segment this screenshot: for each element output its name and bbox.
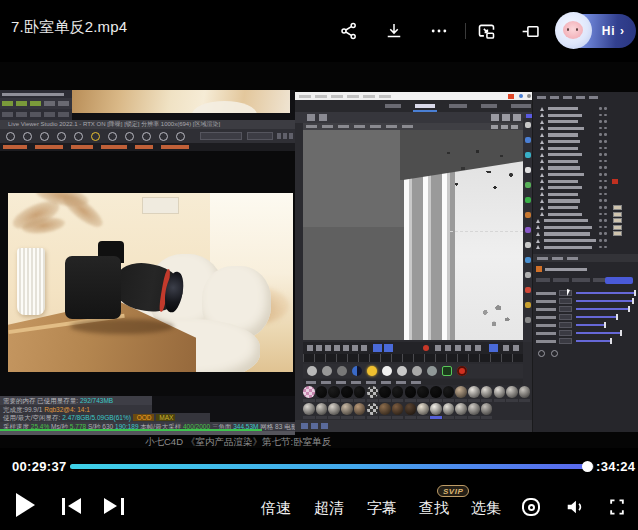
object-icon bbox=[540, 166, 544, 170]
material-swatch[interactable] bbox=[481, 386, 493, 398]
material-swatch[interactable] bbox=[316, 386, 328, 398]
material-swatch[interactable] bbox=[443, 403, 455, 415]
material-swatch[interactable] bbox=[303, 386, 315, 398]
material-swatch[interactable] bbox=[519, 386, 531, 398]
material-swatch[interactable] bbox=[354, 403, 366, 415]
visibility-dot bbox=[604, 219, 607, 222]
material-swatch[interactable] bbox=[341, 386, 353, 398]
material-swatch[interactable] bbox=[443, 386, 455, 398]
live-viewer-toolbar[interactable] bbox=[0, 129, 295, 143]
svip-badge[interactable]: SVIP bbox=[437, 485, 469, 497]
material-swatch[interactable] bbox=[455, 386, 467, 398]
object-label bbox=[544, 232, 590, 235]
record-target-icon[interactable] bbox=[521, 497, 541, 517]
current-frame-field bbox=[373, 344, 382, 352]
episodes-button[interactable]: 选集 bbox=[468, 499, 504, 518]
ui-fragment bbox=[30, 112, 41, 117]
subtitle-button[interactable]: 字幕 bbox=[364, 499, 400, 518]
visibility-dot bbox=[604, 213, 607, 216]
material-swatch[interactable] bbox=[494, 386, 506, 398]
volume-icon[interactable] bbox=[564, 497, 584, 517]
speed-button[interactable]: 倍速 bbox=[258, 499, 294, 518]
progress-bar[interactable] bbox=[70, 464, 594, 469]
material-swatches-row1[interactable] bbox=[303, 386, 531, 402]
material-swatch[interactable] bbox=[367, 386, 379, 398]
object-icon bbox=[540, 140, 544, 144]
material-swatch[interactable] bbox=[341, 403, 353, 415]
ui-fragment bbox=[299, 95, 311, 98]
material-swatch[interactable] bbox=[430, 403, 442, 415]
ui-fragment bbox=[550, 96, 559, 99]
object-icon bbox=[540, 126, 544, 130]
previous-button[interactable] bbox=[62, 498, 84, 515]
c4d-viewport[interactable] bbox=[303, 123, 523, 340]
material-swatch[interactable] bbox=[455, 403, 467, 415]
quality-button[interactable]: 超清 bbox=[311, 499, 347, 518]
visibility-dot bbox=[604, 153, 607, 156]
material-swatch[interactable] bbox=[392, 403, 404, 415]
material-swatch[interactable] bbox=[303, 403, 315, 415]
material-swatch[interactable] bbox=[379, 386, 391, 398]
property-label bbox=[536, 316, 556, 319]
object-label bbox=[548, 213, 582, 216]
material-swatch[interactable] bbox=[328, 403, 340, 415]
share-icon[interactable] bbox=[337, 19, 361, 43]
object-label bbox=[548, 173, 584, 176]
material-manager-menu[interactable] bbox=[303, 379, 523, 385]
viewer-tool-icon bbox=[125, 132, 134, 141]
material-swatch[interactable] bbox=[468, 386, 480, 398]
animation-timeline[interactable] bbox=[303, 342, 523, 354]
render-pass-tabs[interactable] bbox=[0, 143, 295, 151]
object-icon bbox=[540, 199, 544, 203]
find-button[interactable]: 查找 bbox=[416, 499, 452, 518]
visibility-dot bbox=[604, 246, 607, 249]
viewport-menu[interactable] bbox=[303, 123, 523, 130]
material-swatch[interactable] bbox=[506, 386, 518, 398]
frame-ruler[interactable] bbox=[303, 354, 523, 362]
video-frame[interactable]: Live Viewer Studio 2022.1 - RTX ON [降噪] … bbox=[0, 62, 638, 448]
ui-fragment bbox=[283, 133, 287, 139]
object-label bbox=[548, 140, 580, 143]
material-swatch[interactable] bbox=[468, 403, 480, 415]
material-swatch[interactable] bbox=[430, 386, 442, 398]
material-swatch[interactable] bbox=[392, 386, 404, 398]
visibility-dot bbox=[599, 140, 602, 143]
slider-knob bbox=[610, 338, 612, 344]
ui-fragment bbox=[511, 125, 518, 129]
material-swatch[interactable] bbox=[316, 403, 328, 415]
assistant-button[interactable]: Hi › bbox=[556, 14, 636, 48]
more-icon[interactable] bbox=[427, 19, 451, 43]
download-icon[interactable] bbox=[382, 19, 406, 43]
progress-handle[interactable] bbox=[582, 461, 593, 472]
viewer-tool-icon bbox=[6, 132, 15, 141]
material-swatch[interactable] bbox=[481, 403, 493, 415]
swatch-label bbox=[443, 416, 455, 419]
swatch-label bbox=[328, 399, 340, 402]
next-button[interactable] bbox=[102, 498, 124, 515]
play-button[interactable] bbox=[16, 493, 35, 517]
material-swatch[interactable] bbox=[405, 386, 417, 398]
object-icon bbox=[540, 153, 544, 157]
theater-mode-icon[interactable] bbox=[518, 19, 542, 43]
picture-in-picture-icon[interactable] bbox=[474, 19, 498, 43]
object-icon bbox=[540, 206, 544, 210]
ui-fragment bbox=[16, 112, 27, 117]
material-swatches-row2[interactable] bbox=[303, 403, 531, 419]
swatch-label bbox=[494, 399, 506, 402]
material-swatch[interactable] bbox=[379, 403, 391, 415]
material-swatch[interactable] bbox=[405, 403, 417, 415]
material-swatch[interactable] bbox=[417, 386, 429, 398]
transport-button bbox=[343, 345, 349, 351]
material-create-icon bbox=[457, 366, 467, 376]
attribute-object-icon bbox=[536, 266, 542, 272]
material-swatch[interactable] bbox=[367, 403, 379, 415]
material-swatch[interactable] bbox=[417, 403, 429, 415]
material-create-row[interactable] bbox=[303, 364, 523, 378]
material-swatch[interactable] bbox=[354, 386, 366, 398]
ui-fragment bbox=[455, 345, 461, 351]
material-swatch[interactable] bbox=[328, 386, 340, 398]
fullscreen-icon[interactable] bbox=[607, 497, 627, 517]
visibility-dot bbox=[599, 186, 602, 189]
ui-fragment bbox=[331, 95, 343, 98]
c4d-side-toolbar[interactable] bbox=[523, 118, 532, 342]
